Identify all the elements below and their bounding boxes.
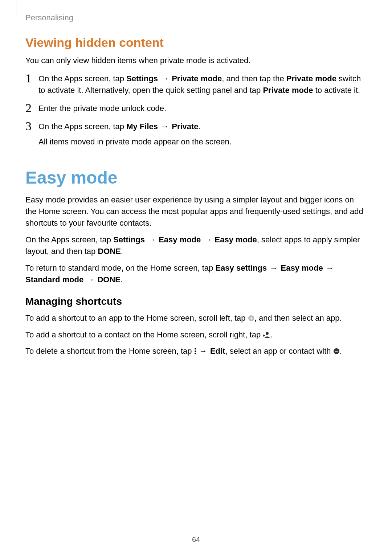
arrow: → xyxy=(83,275,97,284)
heading-easy-mode: Easy mode xyxy=(25,168,367,188)
arrow: → xyxy=(145,235,159,244)
text: . xyxy=(199,122,201,131)
bold-done: DONE xyxy=(98,247,121,256)
more-options-icon xyxy=(194,348,196,354)
step-list: 1 On the Apps screen, tap Settings → Pri… xyxy=(25,73,367,148)
bold-private-mode: Private mode xyxy=(286,74,336,83)
svg-rect-2 xyxy=(249,318,253,319)
easy-mode-disable: To return to standard mode, on the Home … xyxy=(25,262,367,286)
text: To add a shortcut to an app to the Home … xyxy=(25,313,248,323)
arrow: → xyxy=(158,74,172,83)
easy-mode-description: Easy mode provides an easier user experi… xyxy=(25,194,367,229)
shortcut-delete: To delete a shortcut from the Home scree… xyxy=(25,345,367,357)
step-number: 2 xyxy=(25,102,38,114)
text: . xyxy=(121,247,123,256)
step-1: 1 On the Apps screen, tap Settings → Pri… xyxy=(25,73,367,96)
text: On the Apps screen, tap xyxy=(38,74,126,83)
text: To delete a shortcut from the Home scree… xyxy=(25,346,194,356)
heading-viewing-hidden-content: Viewing hidden content xyxy=(25,36,367,50)
text: . xyxy=(121,275,123,284)
text: , and then select an app. xyxy=(254,313,342,323)
bold-easy-settings: Easy settings xyxy=(215,263,267,272)
text: To add a shortcut to a contact on the Ho… xyxy=(25,330,263,339)
arrow: → xyxy=(267,263,281,272)
step-body: On the Apps screen, tap Settings → Priva… xyxy=(38,73,367,96)
bold-my-files: My Files xyxy=(126,122,158,131)
bold-settings: Settings xyxy=(126,74,158,83)
page-number: 64 xyxy=(0,535,392,544)
bold-private-mode: Private mode xyxy=(263,86,313,95)
plus-circle-icon xyxy=(248,315,254,321)
text: to activate it. xyxy=(313,86,360,95)
heading-managing-shortcuts: Managing shortcuts xyxy=(25,296,367,307)
text: To return to standard mode, on the Home … xyxy=(25,263,215,272)
step-3: 3 On the Apps screen, tap My Files → Pri… xyxy=(25,121,367,148)
shortcut-add-contact: To add a shortcut to a contact on the Ho… xyxy=(25,329,367,341)
svg-point-8 xyxy=(195,353,196,354)
step-body: On the Apps screen, tap My Files → Priva… xyxy=(38,121,367,148)
arrow: → xyxy=(196,346,210,356)
svg-point-3 xyxy=(266,332,269,335)
svg-point-6 xyxy=(195,348,196,350)
bold-done: DONE xyxy=(97,275,121,284)
svg-rect-10 xyxy=(335,351,338,352)
text: , select an app or contact with xyxy=(225,346,333,356)
intro-text: You can only view hidden items when priv… xyxy=(25,55,367,66)
bold-standard-mode: Standard mode xyxy=(25,275,83,284)
bold-settings: Settings xyxy=(113,235,145,244)
arrow: → xyxy=(323,263,335,272)
text: . xyxy=(340,346,342,356)
step-number: 3 xyxy=(25,120,38,132)
text: On the Apps screen, tap xyxy=(38,122,126,131)
text: . xyxy=(270,330,272,339)
bold-private-mode: Private mode xyxy=(172,74,222,83)
corner-mark xyxy=(16,0,19,19)
step-body: Enter the private mode unlock code. xyxy=(38,103,367,114)
text: All items moved in private mode appear o… xyxy=(38,136,367,148)
bold-private: Private xyxy=(172,122,198,131)
bold-easy-mode: Easy mode xyxy=(281,263,323,272)
arrow: → xyxy=(158,122,172,131)
step-number: 1 xyxy=(25,72,38,85)
arrow: → xyxy=(201,235,215,244)
easy-mode-enable: On the Apps screen, tap Settings → Easy … xyxy=(25,234,367,257)
step-2: 2 Enter the private mode unlock code. xyxy=(25,103,367,114)
svg-point-7 xyxy=(195,350,196,352)
bold-easy-mode: Easy mode xyxy=(159,235,201,244)
bold-easy-mode: Easy mode xyxy=(215,235,257,244)
shortcut-add-app: To add a shortcut to an app to the Home … xyxy=(25,312,367,324)
minus-circle-icon xyxy=(333,348,340,354)
text: On the Apps screen, tap xyxy=(25,235,113,244)
text: , and then tap the xyxy=(222,74,286,83)
add-contact-icon xyxy=(263,332,270,338)
bold-edit: Edit xyxy=(210,346,225,356)
text: Enter the private mode unlock code. xyxy=(38,103,367,114)
page: Personalising Viewing hidden content You… xyxy=(0,0,392,554)
svg-rect-5 xyxy=(264,335,264,337)
breadcrumb: Personalising xyxy=(25,13,367,22)
